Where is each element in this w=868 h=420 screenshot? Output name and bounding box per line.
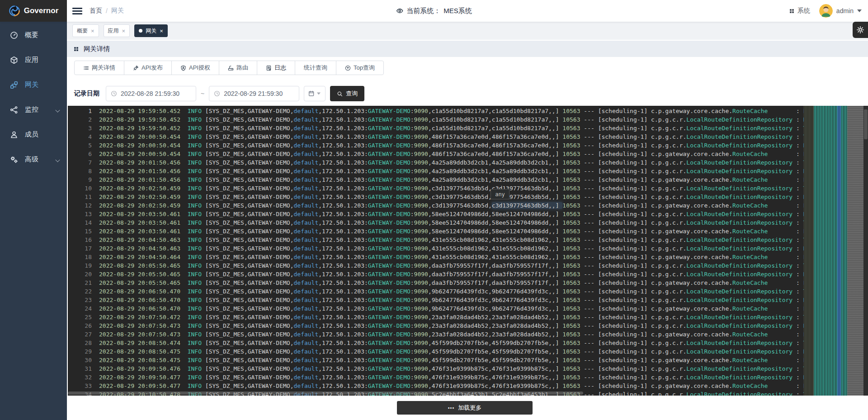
line-number[interactable]: 11	[68, 193, 99, 201]
tab-路由[interactable]: 路由	[219, 61, 257, 75]
log-line[interactable]: 2022-08-29 20:02:50.459 INFO [SYS_DZ_MES…	[99, 201, 868, 210]
tab-API发布[interactable]: API发布	[124, 61, 172, 75]
log-line[interactable]: 2022-08-29 20:09:50.477 INFO [SYS_DZ_MES…	[99, 373, 868, 382]
open-tab-网关[interactable]: 网关×	[134, 24, 168, 37]
tab-API授权[interactable]: API授权	[172, 61, 219, 75]
sidebar-item-监控[interactable]: 监控	[0, 97, 67, 122]
sidebar-item-网关[interactable]: 网关	[0, 72, 67, 97]
tab-统计查询[interactable]: 统计查询	[295, 61, 336, 75]
line-number[interactable]: 30	[68, 356, 99, 364]
sidebar-item-高级[interactable]: 高级	[0, 147, 67, 172]
line-number[interactable]: 23	[68, 296, 99, 304]
line-number[interactable]: 2	[68, 115, 99, 124]
log-line[interactable]: 2022-08-29 20:09:50.476 INFO [SYS_DZ_MES…	[99, 364, 868, 373]
log-line[interactable]: 2022-08-29 20:05:50.465 INFO [SYS_DZ_MES…	[99, 278, 868, 287]
line-number[interactable]: 18	[68, 253, 99, 261]
log-line[interactable]: 2022-08-29 20:04:50.463 INFO [SYS_DZ_MES…	[99, 244, 868, 253]
line-number[interactable]: 33	[68, 382, 99, 390]
line-number[interactable]: 5	[68, 141, 99, 150]
open-tab-概要[interactable]: 概要×	[72, 24, 99, 37]
log-line[interactable]: 2022-08-29 20:03:50.461 INFO [SYS_DZ_MES…	[99, 210, 868, 218]
log-line[interactable]: 2022-08-29 20:01:50.456 INFO [SYS_DZ_MES…	[99, 175, 868, 184]
line-number[interactable]: 8	[68, 167, 99, 175]
vertical-scrollbar-thumb[interactable]	[864, 109, 868, 139]
log-line[interactable]: 2022-08-29 20:07:50.472 INFO [SYS_DZ_MES…	[99, 313, 868, 321]
line-number[interactable]: 19	[68, 261, 99, 270]
log-line[interactable]: 2022-08-29 19:59:50.452 INFO [SYS_DZ_MES…	[99, 115, 868, 124]
horizontal-scrollbar-thumb[interactable]	[68, 392, 583, 395]
log-line[interactable]: 2022-08-29 20:01:50.456 INFO [SYS_DZ_MES…	[99, 167, 868, 175]
sidebar-item-概要[interactable]: 概要	[0, 23, 67, 47]
log-line[interactable]: 2022-08-29 19:59:50.452 INFO [SYS_DZ_MES…	[99, 124, 868, 132]
line-number[interactable]: 15	[68, 227, 99, 236]
line-number[interactable]: 13	[68, 210, 99, 218]
line-number[interactable]: 12	[68, 201, 99, 210]
log-line[interactable]: 2022-08-29 20:04:50.463 INFO [SYS_DZ_MES…	[99, 236, 868, 244]
line-number[interactable]: 32	[68, 373, 99, 382]
line-number[interactable]: 6	[68, 150, 99, 158]
log-line[interactable]: 2022-08-29 20:03:50.461 INFO [SYS_DZ_MES…	[99, 227, 868, 236]
tab-日志[interactable]: 日志	[257, 61, 295, 75]
line-number[interactable]: 7	[68, 158, 99, 167]
line-number[interactable]: 20	[68, 270, 99, 278]
user-menu[interactable]: admin	[819, 4, 862, 18]
log-line[interactable]: 2022-08-29 20:04:50.464 INFO [SYS_DZ_MES…	[99, 253, 868, 261]
close-icon[interactable]: ×	[160, 28, 163, 34]
brand[interactable]: Governor	[0, 0, 67, 22]
line-number[interactable]: 29	[68, 347, 99, 356]
horizontal-scrollbar[interactable]	[68, 391, 804, 395]
line-number[interactable]: 1	[68, 107, 99, 115]
line-number[interactable]: 9	[68, 175, 99, 184]
log-line[interactable]: 2022-08-29 20:07:50.473 INFO [SYS_DZ_MES…	[99, 321, 868, 330]
line-number[interactable]: 4	[68, 132, 99, 141]
line-number[interactable]: 25	[68, 313, 99, 321]
minimap[interactable]	[804, 106, 863, 396]
log-line[interactable]: 2022-08-29 20:05:50.465 INFO [SYS_DZ_MES…	[99, 270, 868, 278]
line-number[interactable]: 16	[68, 236, 99, 244]
search-button[interactable]: 查询	[330, 86, 364, 101]
log-line[interactable]: 2022-08-29 20:02:50.459 INFO [SYS_DZ_MES…	[99, 193, 868, 201]
log-line[interactable]: 2022-08-29 20:09:50.477 INFO [SYS_DZ_MES…	[99, 382, 868, 390]
log-line[interactable]: 2022-08-29 20:08:50.475 INFO [SYS_DZ_MES…	[99, 356, 868, 364]
log-editor[interactable]: 1234567891011121314151617181920212223242…	[68, 106, 868, 396]
line-number[interactable]: 27	[68, 330, 99, 339]
log-line[interactable]: 2022-08-29 20:03:50.461 INFO [SYS_DZ_MES…	[99, 218, 868, 227]
log-line[interactable]: 2022-08-29 20:07:50.473 INFO [SYS_DZ_MES…	[99, 330, 868, 339]
log-line[interactable]: 2022-08-29 20:08:50.474 INFO [SYS_DZ_MES…	[99, 339, 868, 347]
vertical-scrollbar[interactable]	[863, 106, 868, 396]
close-icon[interactable]: ×	[122, 28, 126, 34]
open-tab-应用[interactable]: 应用×	[104, 24, 130, 37]
tab-网关详情[interactable]: 网关详情	[75, 61, 124, 75]
log-line[interactable]: 2022-08-29 20:08:50.475 INFO [SYS_DZ_MES…	[99, 347, 868, 356]
line-number[interactable]: 31	[68, 364, 99, 373]
log-line[interactable]: 2022-08-29 20:06:50.470 INFO [SYS_DZ_MES…	[99, 287, 868, 296]
log-line[interactable]: 2022-08-29 19:59:50.452 INFO [SYS_DZ_MES…	[99, 107, 868, 115]
line-number[interactable]: 17	[68, 244, 99, 253]
line-number[interactable]: 14	[68, 218, 99, 227]
log-line[interactable]: 2022-08-29 20:05:50.465 INFO [SYS_DZ_MES…	[99, 261, 868, 270]
line-number[interactable]: 28	[68, 339, 99, 347]
line-number[interactable]: 21	[68, 278, 99, 287]
log-line[interactable]: 2022-08-29 20:01:50.456 INFO [SYS_DZ_MES…	[99, 158, 868, 167]
settings-flyout-button[interactable]	[853, 22, 868, 38]
date-preset-dropdown[interactable]	[304, 86, 326, 101]
end-datetime-input[interactable]: 2022-08-29 21:59:30	[209, 86, 299, 101]
start-datetime-input[interactable]: 2022-08-28 21:59:30	[106, 86, 196, 101]
system-menu[interactable]: 系统	[789, 7, 810, 15]
hamburger-icon[interactable]	[72, 6, 82, 15]
load-more-button[interactable]: ••• 加载更多	[397, 401, 533, 415]
log-line[interactable]: 2022-08-29 20:00:50.454 INFO [SYS_DZ_MES…	[99, 132, 868, 141]
sidebar-item-成员[interactable]: 成员	[0, 122, 67, 147]
line-number[interactable]: 22	[68, 287, 99, 296]
line-number[interactable]: 3	[68, 124, 99, 132]
breadcrumb-home[interactable]: 首页	[90, 7, 102, 15]
log-line[interactable]: 2022-08-29 20:06:50.470 INFO [SYS_DZ_MES…	[99, 296, 868, 304]
line-number[interactable]: 24	[68, 304, 99, 313]
tab-Top查询[interactable]: Top查询	[336, 61, 383, 75]
line-number[interactable]: 10	[68, 184, 99, 193]
line-number[interactable]: 26	[68, 321, 99, 330]
sidebar-item-应用[interactable]: 应用	[0, 47, 67, 72]
log-line[interactable]: 2022-08-29 20:06:50.470 INFO [SYS_DZ_MES…	[99, 304, 868, 313]
log-line[interactable]: 2022-08-29 20:02:50.459 INFO [SYS_DZ_MES…	[99, 184, 868, 193]
close-icon[interactable]: ×	[91, 28, 94, 34]
